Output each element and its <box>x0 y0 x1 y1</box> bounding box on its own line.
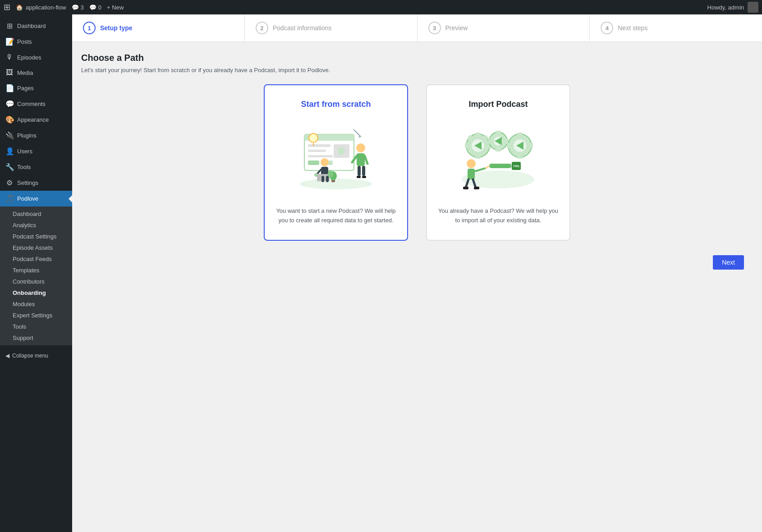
svg-rect-14 <box>358 166 361 176</box>
dashboard-icon: ⊞ <box>5 22 14 30</box>
svg-rect-57 <box>489 164 511 168</box>
step-label-1: Setup type <box>100 24 133 32</box>
step-circle-3: 3 <box>428 22 441 34</box>
sidebar-item-tools[interactable]: 🔧 Tools <box>0 159 72 175</box>
card-scratch[interactable]: Start from scratch <box>264 84 408 241</box>
submenu-item-expert-settings[interactable]: Expert Settings <box>0 310 72 321</box>
wizard-step-2[interactable]: 2 Podcast informations <box>245 14 418 41</box>
media-icon: 🖼 <box>5 69 14 77</box>
submenu-item-tools[interactable]: Tools <box>0 321 72 332</box>
submenu-item-podcast-feeds[interactable]: Podcast Feeds <box>0 253 72 265</box>
svg-rect-46 <box>488 138 492 144</box>
submenu-item-onboarding[interactable]: Onboarding <box>0 287 72 298</box>
updates-icon: 💬 <box>89 4 96 11</box>
svg-point-7 <box>338 147 345 155</box>
svg-rect-35 <box>475 133 481 137</box>
sidebar-item-episodes[interactable]: 🎙 Episodes <box>0 50 72 65</box>
admin-avatar[interactable] <box>748 2 758 13</box>
collapse-icon: ◀ <box>5 353 9 359</box>
sidebar-item-comments[interactable]: 💬 Comments <box>0 96 72 112</box>
svg-rect-23 <box>321 176 324 182</box>
svg-point-28 <box>309 133 318 142</box>
svg-point-27 <box>328 170 333 178</box>
step-label-3: Preview <box>445 24 468 32</box>
svg-line-63 <box>486 166 489 168</box>
wp-logo-icon[interactable]: ⊞ <box>4 2 10 12</box>
svg-rect-52 <box>517 154 523 159</box>
sidebar-item-settings[interactable]: ⚙ Settings <box>0 175 72 191</box>
svg-rect-3 <box>308 144 331 147</box>
new-content-button[interactable]: + New <box>107 4 124 11</box>
wizard-step-4[interactable]: 4 Next steps <box>590 14 762 41</box>
users-icon: 👤 <box>5 147 14 156</box>
plugins-icon: 🔌 <box>5 131 14 140</box>
podlove-submenu: Dashboard Analytics Podcast Settings Epi… <box>0 206 72 345</box>
sidebar-item-plugins[interactable]: 🔌 Plugins <box>0 128 72 143</box>
submenu-item-support[interactable]: Support <box>0 332 72 344</box>
next-button[interactable]: Next <box>713 255 744 270</box>
sidebar-item-podlove[interactable]: 🎵 Podlove <box>0 191 72 206</box>
svg-point-18 <box>321 158 329 166</box>
svg-rect-16 <box>357 176 361 178</box>
posts-icon: 📝 <box>5 37 14 46</box>
step-circle-4: 4 <box>601 22 613 34</box>
comments-icon: 💬 <box>72 4 79 11</box>
submenu-item-analytics[interactable]: Analytics <box>0 220 72 231</box>
svg-point-10 <box>356 143 365 152</box>
submenu-item-modules[interactable]: Modules <box>0 298 72 310</box>
wizard-step-1[interactable]: 1 Setup type <box>72 14 245 41</box>
svg-rect-4 <box>308 150 326 152</box>
sidebar-item-pages[interactable]: 📄 Pages <box>0 80 72 96</box>
sidebar-item-users[interactable]: 👤 Users <box>0 143 72 159</box>
wizard-step-3[interactable]: 3 Preview <box>418 14 590 41</box>
svg-point-0 <box>300 179 372 189</box>
sidebar: ⊞ Dashboard 📝 Posts 🎙 Episodes 🖼 Media 📄… <box>0 14 72 532</box>
svg-rect-5 <box>308 155 333 157</box>
podlove-arrow-icon <box>69 195 72 202</box>
card-scratch-title: Start from scratch <box>275 100 396 109</box>
wizard-steps: 1 Setup type 2 Podcast informations 3 Pr… <box>72 14 762 42</box>
svg-rect-53 <box>507 143 511 148</box>
episodes-icon: 🎙 <box>5 53 14 61</box>
appearance-icon: 🎨 <box>5 115 14 124</box>
settings-icon: ⚙ <box>5 179 14 187</box>
sidebar-item-appearance[interactable]: 🎨 Appearance <box>0 112 72 128</box>
submenu-item-templates[interactable]: Templates <box>0 265 72 276</box>
card-import-desc: You already have a Podcast? We will help… <box>438 206 559 225</box>
page-title: Choose a Path <box>81 53 753 63</box>
comments-item[interactable]: 💬 3 <box>72 4 84 11</box>
podlove-icon: 🎵 <box>5 194 14 203</box>
card-scratch-desc: You want to start a new Podcast? We will… <box>275 206 396 225</box>
submenu-item-contributors[interactable]: Contributors <box>0 276 72 287</box>
submenu-item-episode-assets[interactable]: Episode Assets <box>0 242 72 253</box>
svg-rect-67 <box>474 187 479 189</box>
sidebar-item-dashboard[interactable]: ⊞ Dashboard <box>0 18 72 34</box>
card-import[interactable]: Import Podcast <box>426 84 570 241</box>
svg-rect-51 <box>517 133 523 137</box>
footer-actions: Next <box>81 255 753 270</box>
sidebar-item-media[interactable]: 🖼 Media <box>0 65 72 80</box>
tools-icon: 🔧 <box>5 163 14 171</box>
svg-rect-8 <box>308 161 319 165</box>
svg-rect-66 <box>463 187 468 189</box>
step-label-2: Podcast informations <box>273 24 332 32</box>
collapse-menu-button[interactable]: ◀ Collapse menu <box>0 349 72 362</box>
svg-line-13 <box>365 156 367 164</box>
step-circle-2: 2 <box>256 22 268 34</box>
submenu-item-dashboard[interactable]: Dashboard <box>0 208 72 220</box>
updates-item[interactable]: 💬 0 <box>89 4 101 11</box>
svg-rect-17 <box>362 176 366 178</box>
step-circle-1: 1 <box>83 22 96 34</box>
svg-rect-11 <box>357 153 365 166</box>
svg-point-60 <box>467 159 476 168</box>
svg-rect-36 <box>475 154 481 159</box>
svg-rect-54 <box>528 143 533 148</box>
svg-rect-15 <box>362 166 365 176</box>
site-name[interactable]: 🏠 application-flow <box>16 4 66 11</box>
submenu-item-podcast-settings[interactable]: Podcast Settings <box>0 231 72 242</box>
page-subtitle: Let's start your journey! Start from scr… <box>81 67 753 73</box>
sidebar-item-posts[interactable]: 📝 Posts <box>0 34 72 50</box>
main-content: 1 Setup type 2 Podcast informations 3 Pr… <box>72 14 762 532</box>
svg-text:74%: 74% <box>513 165 520 168</box>
svg-line-62 <box>475 168 486 171</box>
